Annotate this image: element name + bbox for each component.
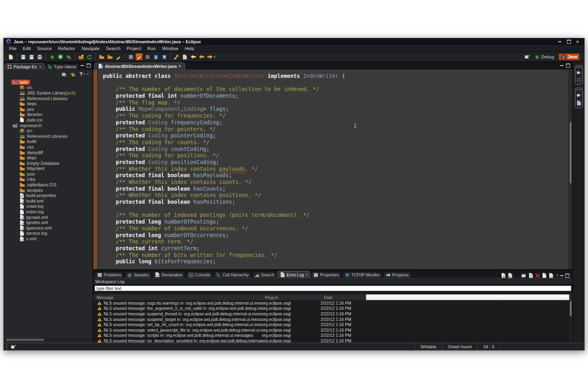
tree-item-build[interactable]: build (4, 139, 93, 145)
run-button[interactable] (57, 53, 64, 60)
templates-view-icon[interactable] (576, 100, 581, 106)
menu-item-help[interactable]: Help (182, 46, 197, 51)
tab-problems[interactable]: Problems (95, 271, 124, 278)
tree-item-jade-ico[interactable]: Jade.ico (4, 117, 93, 123)
back-light-button[interactable] (190, 53, 197, 60)
title-bar[interactable]: Java – reposearch/src/it/unimi/dsi/mg4j/… (4, 38, 584, 45)
close-icon[interactable]: × (576, 40, 579, 44)
view-menu-icon[interactable] (79, 72, 85, 76)
maximize-editor-icon[interactable] (566, 64, 570, 68)
table-row[interactable]: NLS unused message: suspend_target in: o… (93, 317, 573, 322)
tree-item-lgindex-xml[interactable]: xlgindex.xml (4, 220, 93, 225)
view-menu-caret-icon[interactable]: ▾ (87, 72, 89, 76)
minimize-view-icon[interactable] (81, 65, 84, 66)
menu-item-file[interactable]: File (6, 46, 20, 51)
annotation-ruler[interactable] (93, 70, 98, 269)
tree-item-libraries[interactable]: libraries (4, 112, 93, 118)
tree-item-ruby[interactable]: ruby (4, 177, 93, 182)
outline-view-icon[interactable] (576, 78, 581, 82)
tree-item-src[interactable]: src (4, 85, 93, 91)
explorer-hscrollbar[interactable] (4, 338, 92, 342)
restore-view-icon[interactable] (576, 71, 581, 75)
menu-item-window[interactable]: Window (159, 46, 182, 51)
tree-item-jsse[interactable]: jsse (4, 171, 93, 177)
tree-item-index-log[interactable]: index.log (4, 209, 93, 214)
tree-item-build-xml[interactable]: xbuild.xml (4, 198, 93, 204)
column-header-plugin[interactable]: Plug-in (262, 295, 321, 300)
tree-item-daisydiff[interactable]: daisydiff (4, 150, 93, 155)
filter-input[interactable] (95, 286, 571, 291)
export-entry-icon[interactable] (501, 273, 506, 278)
view-menu-icon[interactable]: ▾ (557, 274, 558, 277)
last-edit-location-button[interactable] (173, 53, 180, 60)
tree-item-crawl-log[interactable]: crawl.log (4, 204, 93, 209)
restore-log-icon[interactable] (549, 273, 553, 278)
menu-item-run[interactable]: Run (144, 46, 159, 51)
refresh-button[interactable] (86, 53, 93, 60)
tab-tcp-ip-monitor[interactable]: TCP/IP Monitor (342, 271, 383, 278)
table-row[interactable]: NLS unused message: suspend_thread in: o… (93, 311, 573, 317)
open-perspective-icon[interactable] (524, 54, 530, 59)
paragraph-toggle-button[interactable]: ¶ (161, 53, 168, 60)
tree-item-referenced-libraries[interactable]: Referenced Libraries (4, 96, 93, 101)
minimize-panel-icon[interactable] (560, 275, 563, 276)
tree-item-css[interactable]: css (4, 144, 93, 150)
tree-item-reposearch[interactable]: reposearch (4, 123, 93, 128)
forward-button[interactable] (206, 53, 213, 60)
tab-close-icon[interactable]: × (306, 273, 308, 277)
column-header-message[interactable]: Message (93, 295, 262, 300)
maximize-view-icon[interactable] (87, 64, 91, 68)
table-row[interactable]: NLS unused message: set_bp_hit_count in:… (93, 322, 573, 327)
menu-item-navigate[interactable]: Navigate (78, 46, 103, 51)
mark-occurrences-button[interactable] (135, 53, 143, 60)
collapse-all-icon[interactable] (62, 72, 67, 77)
tree-item-lgcrawl-xml[interactable]: xlgcrawl.xml (4, 214, 93, 220)
whitespace-toggle-button[interactable] (144, 53, 151, 60)
minimize-icon[interactable] (558, 41, 561, 42)
editor-tab-close-icon[interactable]: × (179, 64, 181, 68)
tree-item-service-log[interactable]: service.log (4, 231, 93, 236)
menu-item-edit[interactable]: Edit (20, 46, 34, 51)
fast-view-icon[interactable] (11, 344, 17, 349)
table-vscrollbar-thumb[interactable] (570, 301, 572, 316)
code-editor[interactable]: public abstract class AbstractBitStreamI… (93, 70, 573, 269)
menu-item-source[interactable]: Source (34, 46, 54, 51)
occurrences-button[interactable] (127, 53, 134, 60)
open-log-icon[interactable] (542, 273, 547, 278)
tree-item-build-properties[interactable]: build.properties (4, 193, 93, 198)
table-row[interactable]: NLS unused message: osgi.nls.warnings in… (93, 300, 573, 306)
tree-item-jre-system-library[interactable]: JRE System Library [jre6] (4, 90, 93, 96)
tree-item-empty-database[interactable]: Empty Database (4, 160, 93, 166)
menu-item-search[interactable]: Search (103, 46, 124, 51)
tab-type-hierar[interactable]: Type Hierar (45, 63, 80, 70)
drag-handle-icon[interactable] (576, 67, 582, 68)
column-header-date[interactable]: Date (321, 295, 366, 300)
restore-view-icon[interactable] (576, 94, 581, 98)
clear-log-icon[interactable] (528, 273, 533, 278)
java-toggle-button[interactable]: J (152, 53, 159, 60)
tree-item-src[interactable]: src (4, 128, 93, 133)
tree-item-referenced-libraries[interactable]: Referenced Libraries (4, 133, 93, 139)
back-button[interactable] (198, 53, 205, 60)
tab-javadoc[interactable]: @Javadoc (124, 271, 152, 278)
tab-package-ex[interactable]: Package Ex× (4, 63, 45, 70)
new-wizard-button[interactable] (7, 53, 14, 60)
menu-item-refactor[interactable]: Refactor (55, 46, 78, 51)
go-into-button[interactable] (181, 53, 188, 60)
tab-close-icon[interactable]: × (39, 65, 42, 69)
tab-search[interactable]: Search (252, 271, 277, 278)
forward-dropdown-icon[interactable]: ▾ (214, 55, 215, 59)
tab-properties[interactable]: Properties (311, 271, 342, 278)
activate-view-icon[interactable] (521, 273, 526, 278)
drag-handle-icon[interactable] (576, 89, 582, 91)
tab-declaration[interactable]: Declaration (152, 271, 185, 278)
perspective-java[interactable]: JJava (559, 54, 580, 60)
minimize-editor-icon[interactable] (560, 65, 563, 66)
tree-item-httpclient[interactable]: httpclient (4, 166, 93, 172)
editor-vscrollbar[interactable] (569, 70, 573, 269)
tree-item-jade[interactable]: jade (4, 79, 93, 85)
table-row[interactable]: NLS unused message: no_description_provi… (93, 338, 573, 343)
tree-item-sqlite4java-213[interactable]: sqlite4java-213 (4, 182, 93, 187)
tree-item-wcopies[interactable]: wcopies (4, 187, 93, 193)
table-row[interactable]: NLS unused message: scripts in: org.ecli… (93, 333, 573, 338)
